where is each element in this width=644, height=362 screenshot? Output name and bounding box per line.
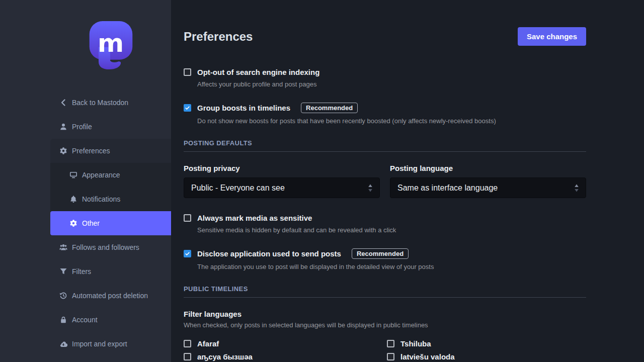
check-icon bbox=[185, 251, 190, 256]
checkbox-disclose-application[interactable] bbox=[184, 250, 191, 257]
filter-languages-label: Filter languages bbox=[184, 310, 586, 318]
mastodon-settings-app: m Back to Mastodon Profile bbox=[0, 0, 644, 362]
language-list: Afaraf аҧсуа бызшәа Tshiluba latviešu va… bbox=[184, 339, 586, 361]
language-label[interactable]: latviešu valoda bbox=[400, 352, 455, 361]
mastodon-logo[interactable]: m bbox=[50, 0, 171, 90]
posting-defaults-fields: Posting privacy Public - Everyone can se… bbox=[184, 164, 586, 198]
select-value: Public - Everyone can see bbox=[191, 184, 285, 193]
nav-label: Import and export bbox=[72, 340, 127, 348]
nav-label: Account bbox=[72, 316, 98, 324]
select-arrows-icon bbox=[367, 183, 373, 193]
checkbox-group-boosts[interactable] bbox=[184, 104, 191, 112]
language-label[interactable]: Afaraf bbox=[197, 339, 219, 348]
toggle-hint: Do not show new boosts for posts that ha… bbox=[197, 117, 586, 125]
section-divider bbox=[184, 297, 586, 298]
setting-disclose-application: Disclose application used to send posts … bbox=[184, 248, 586, 270]
toggle-label[interactable]: Disclose application used to send posts bbox=[197, 249, 341, 258]
checkbox-language[interactable] bbox=[184, 353, 191, 360]
toggle-hint: Affects your public profile and post pag… bbox=[197, 80, 586, 88]
section-public-timelines: PUBLIC TIMELINES bbox=[184, 285, 586, 298]
lock-icon bbox=[59, 316, 67, 324]
filter-languages-block: Filter languages When checked, only post… bbox=[184, 310, 586, 361]
sidebar-item-back-to-mastodon[interactable]: Back to Mastodon bbox=[50, 90, 171, 115]
filter-languages-hint: When checked, only posts in selected lan… bbox=[184, 321, 586, 329]
svg-text:m: m bbox=[98, 29, 124, 58]
section-title: PUBLIC TIMELINES bbox=[184, 285, 586, 293]
preferences-submenu: Appearance Notifications Other bbox=[50, 163, 171, 235]
toggle-label[interactable]: Opt-out of search engine indexing bbox=[197, 68, 319, 76]
gear-icon bbox=[59, 147, 67, 155]
toggle-label[interactable]: Always mark media as sensitive bbox=[197, 214, 312, 222]
checkbox-language[interactable] bbox=[387, 340, 394, 347]
posting-language-select[interactable]: Same as interface language bbox=[390, 177, 586, 198]
history-icon bbox=[59, 292, 67, 300]
recommended-badge: Recommended bbox=[352, 248, 409, 259]
nav-label: Preferences bbox=[72, 147, 110, 155]
checkbox-opt-out-indexing[interactable] bbox=[184, 68, 191, 76]
language-label[interactable]: Tshiluba bbox=[400, 339, 431, 348]
page-header: Preferences Save changes bbox=[184, 27, 586, 46]
toggle-hint: The application you use to post will be … bbox=[197, 263, 586, 270]
field-label: Posting language bbox=[390, 164, 586, 172]
select-arrows-icon bbox=[574, 183, 580, 193]
setting-mark-media-sensitive: Always mark media as sensitive Sensitive… bbox=[184, 214, 586, 234]
field-label: Posting privacy bbox=[184, 164, 380, 172]
nav-label: Notifications bbox=[82, 195, 120, 203]
sidebar-item-automated-post-deletion[interactable]: Automated post deletion bbox=[50, 284, 171, 308]
page-title: Preferences bbox=[184, 30, 253, 44]
settings-nav: Back to Mastodon Profile Preferences bbox=[50, 90, 171, 356]
checkbox-language[interactable] bbox=[387, 353, 394, 360]
nav-label: Automated post deletion bbox=[72, 292, 148, 300]
checkbox-language[interactable] bbox=[184, 340, 191, 347]
sidebar-item-appearance[interactable]: Appearance bbox=[50, 163, 171, 187]
display-icon bbox=[69, 171, 77, 179]
field-posting-privacy: Posting privacy Public - Everyone can se… bbox=[184, 164, 380, 198]
filter-icon bbox=[59, 267, 67, 276]
language-option-abkhaz[interactable]: аҧсуа бызшәа bbox=[184, 352, 383, 361]
cloud-download-icon bbox=[59, 340, 67, 348]
language-label[interactable]: аҧсуа бызшәа bbox=[197, 352, 253, 361]
sidebar-item-account[interactable]: Account bbox=[50, 308, 171, 332]
bell-icon bbox=[69, 195, 77, 203]
chevron-left-icon bbox=[59, 99, 67, 107]
sidebar-item-follows-and-followers[interactable]: Follows and followers bbox=[50, 235, 171, 259]
sidebar-item-other[interactable]: Other bbox=[50, 211, 171, 235]
section-title: POSTING DEFAULTS bbox=[184, 139, 586, 147]
mastodon-logo-icon: m bbox=[87, 20, 134, 70]
nav-label: Back to Mastodon bbox=[72, 99, 128, 107]
setting-opt-out-indexing: Opt-out of search engine indexing Affect… bbox=[184, 68, 586, 88]
nav-label: Profile bbox=[72, 123, 92, 131]
users-icon bbox=[59, 243, 67, 251]
toggle-label[interactable]: Group boosts in timelines bbox=[197, 104, 290, 112]
save-changes-button[interactable]: Save changes bbox=[518, 27, 586, 46]
recommended-badge: Recommended bbox=[301, 103, 358, 113]
select-value: Same as interface language bbox=[397, 184, 498, 193]
language-option-afaraf[interactable]: Afaraf bbox=[184, 339, 383, 348]
posting-privacy-select[interactable]: Public - Everyone can see bbox=[184, 177, 380, 198]
section-divider bbox=[184, 151, 586, 152]
user-icon bbox=[59, 123, 67, 131]
checkbox-mark-media-sensitive[interactable] bbox=[184, 214, 191, 222]
language-option-latvian[interactable]: latviešu valoda bbox=[387, 352, 586, 361]
section-posting-defaults: POSTING DEFAULTS bbox=[184, 139, 586, 152]
setting-group-boosts: Group boosts in timelines Recommended Do… bbox=[184, 103, 586, 125]
language-option-tshiluba[interactable]: Tshiluba bbox=[387, 339, 586, 348]
sidebar-item-import-and-export[interactable]: Import and export bbox=[50, 332, 171, 356]
nav-label: Filters bbox=[72, 267, 91, 276]
toggle-hint: Sensitive media is hidden by default and… bbox=[197, 226, 586, 234]
main-content: Preferences Save changes Opt-out of sear… bbox=[171, 0, 644, 362]
sidebar-item-filters[interactable]: Filters bbox=[50, 259, 171, 284]
nav-label: Appearance bbox=[82, 171, 120, 179]
sidebar-item-profile[interactable]: Profile bbox=[50, 115, 171, 139]
sidebar-item-notifications[interactable]: Notifications bbox=[50, 187, 171, 211]
nav-label: Follows and followers bbox=[72, 243, 139, 251]
sidebar-item-preferences[interactable]: Preferences bbox=[50, 139, 171, 163]
check-icon bbox=[185, 105, 190, 111]
gear-icon bbox=[69, 219, 77, 227]
field-posting-language: Posting language Same as interface langu… bbox=[390, 164, 586, 198]
sidebar: m Back to Mastodon Profile bbox=[0, 0, 171, 362]
nav-label: Other bbox=[82, 219, 100, 227]
